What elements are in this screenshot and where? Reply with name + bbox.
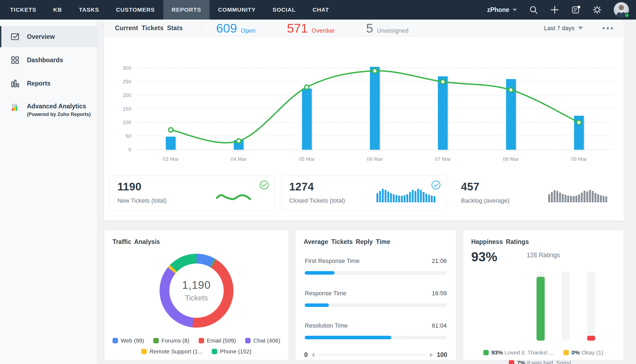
bottom-panels: Traffic Analysis 1,190 Tickets Web (99)F… bbox=[104, 230, 624, 360]
legend-item[interactable]: Chat (406) bbox=[245, 337, 280, 344]
legend-swatch-icon bbox=[483, 350, 489, 355]
reply-metric-value: 21:06 bbox=[432, 258, 447, 265]
closed-tickets-card[interactable]: 1274 Closed Tickets (total) bbox=[281, 175, 447, 211]
sidebar-item-reports[interactable]: Reports bbox=[0, 73, 97, 94]
section-title: Current Tickets Stats bbox=[115, 24, 183, 32]
nav-tab-social[interactable]: SOCIAL bbox=[264, 0, 304, 20]
x-axis-label: 08 Mar bbox=[503, 156, 519, 162]
trend-line bbox=[137, 66, 613, 150]
stat-overdue: 571 Overdue bbox=[287, 21, 335, 36]
y-axis-tick: 50 bbox=[104, 133, 131, 139]
x-axis-label: 06 Mar bbox=[367, 156, 383, 162]
chart-plot-area: 05010015020025030003 Mar04 Mar05 Mar06 M… bbox=[137, 66, 613, 150]
legend-swatch-icon bbox=[141, 349, 147, 354]
legend-label: 93%Loved it. Thanks! ... bbox=[491, 349, 554, 356]
new-tickets-value: 1190 bbox=[117, 181, 267, 193]
nav-tab-chat[interactable]: CHAT bbox=[304, 0, 338, 20]
legend-label: Email (509) bbox=[207, 337, 236, 344]
product-switcher[interactable]: zPhone bbox=[487, 6, 517, 14]
sidebar-item-sublabel: (Powered by Zoho Reports) bbox=[27, 112, 91, 117]
legend-item[interactable]: Email (509) bbox=[199, 337, 236, 344]
scale-min: 0 bbox=[304, 351, 308, 359]
scale-max: 100 bbox=[437, 351, 447, 359]
legend-row: Remote Support (1...Phone (152) bbox=[141, 348, 251, 355]
date-range-label: Last 7 days bbox=[544, 25, 575, 32]
nav-tab-customers[interactable]: CUSTOMERS bbox=[108, 0, 163, 20]
nav-tab-community[interactable]: COMMUNITY bbox=[210, 0, 264, 20]
add-icon[interactable] bbox=[550, 5, 559, 14]
legend-label: Chat (406) bbox=[253, 337, 280, 344]
scale-right-arrow-icon bbox=[430, 353, 433, 357]
x-axis-label: 03 Mar bbox=[163, 156, 179, 162]
reply-time-panel: Average Tickets Reply Time First Respons… bbox=[295, 230, 456, 360]
legend-label: Web (99) bbox=[121, 337, 144, 344]
new-tickets-card[interactable]: 1190 New Tickets (total) bbox=[110, 175, 275, 211]
legend-item[interactable]: Phone (152) bbox=[212, 348, 251, 355]
happiness-title: Happiness Ratings bbox=[471, 238, 615, 246]
sidebar-item-overview[interactable]: Overview bbox=[0, 26, 97, 47]
reply-progress-track bbox=[305, 303, 447, 307]
traffic-legend: Web (99)Forums (8)Email (509)Chat (406)R… bbox=[113, 337, 280, 355]
x-axis-label: 07 Mar bbox=[435, 156, 451, 162]
user-avatar[interactable] bbox=[614, 2, 629, 17]
overdue-label: Overdue bbox=[312, 27, 335, 34]
traffic-donut-chart: 1,190 Tickets bbox=[160, 254, 233, 328]
nav-tab-reports[interactable]: REPORTS bbox=[163, 0, 210, 20]
main-content: Current Tickets Stats 609 Open 571 Overd… bbox=[98, 20, 636, 364]
reply-progress-fill bbox=[305, 303, 329, 307]
reply-metric-value: 61:04 bbox=[432, 322, 447, 329]
happiness-legend: 93%Loved it. Thanks! ...0%Okay (1)7%It w… bbox=[471, 349, 615, 364]
y-axis-tick: 150 bbox=[104, 106, 131, 112]
sidebar-item-label: Dashboards bbox=[27, 57, 63, 64]
legend-swatch-icon bbox=[199, 338, 204, 343]
nav-tab-tickets[interactable]: TICKETS bbox=[2, 0, 45, 20]
search-icon[interactable] bbox=[529, 5, 538, 14]
check-circle-icon bbox=[259, 180, 269, 190]
sidebar-item-advanced-analytics[interactable]: Advanced Analytics (Powered by Zoho Repo… bbox=[0, 99, 97, 121]
legend-label: Forums (8) bbox=[161, 337, 189, 344]
legend-swatch-icon bbox=[509, 360, 514, 364]
sidebar-item-dashboards[interactable]: Dashboards bbox=[0, 49, 97, 71]
legend-row: 93%Loved it. Thanks! ...0%Okay (1) bbox=[483, 349, 603, 356]
unassigned-label: Unassigned bbox=[377, 27, 409, 34]
legend-item[interactable]: Forums (8) bbox=[153, 337, 189, 344]
happiness-score: 93% bbox=[471, 250, 497, 264]
legend-item: 7%It was bad. Sorry! ... bbox=[509, 360, 578, 364]
sidebar-item-label: Reports bbox=[27, 80, 51, 87]
settings-gear-icon[interactable] bbox=[593, 5, 602, 14]
summary-cards-row: 1190 New Tickets (total) 1274 Closed Tic… bbox=[104, 173, 624, 221]
legend-row: Web (99)Forums (8)Email (509)Chat (406) bbox=[113, 337, 280, 344]
happiness-track bbox=[587, 272, 595, 341]
product-name: zPhone bbox=[487, 6, 509, 14]
legend-swatch-icon bbox=[563, 350, 569, 355]
legend-item: 93%Loved it. Thanks! ... bbox=[483, 349, 554, 356]
reply-progress-track bbox=[305, 271, 447, 275]
legend-item[interactable]: Remote Support (1... bbox=[141, 348, 202, 355]
legend-label: 0%Okay (1) bbox=[572, 349, 603, 356]
scale-dotted-line bbox=[318, 354, 426, 355]
backlog-card[interactable]: 457 Backlog (average) bbox=[453, 175, 618, 211]
x-axis-label: 09 Mar bbox=[571, 156, 587, 162]
reply-progress-track bbox=[305, 336, 447, 339]
y-axis-tick: 250 bbox=[104, 79, 131, 85]
legend-item[interactable]: Web (99) bbox=[113, 337, 144, 344]
chevron-down-icon bbox=[578, 27, 583, 30]
legend-swatch-icon bbox=[245, 338, 251, 343]
tickets-trend-chart: 05010015020025030003 Mar04 Mar05 Mar06 M… bbox=[104, 37, 624, 173]
happiness-ratings-panel: Happiness Ratings 93% 128 Ratings 93%Lov… bbox=[463, 230, 624, 360]
chevron-down-icon bbox=[513, 9, 517, 11]
date-range-selector[interactable]: Last 7 days bbox=[544, 25, 583, 32]
y-axis-tick: 0 bbox=[104, 147, 131, 153]
sidebar-item-label: Advanced Analytics bbox=[27, 103, 91, 110]
legend-label: Remote Support (1... bbox=[149, 348, 202, 355]
nav-tab-tasks[interactable]: TASKS bbox=[70, 0, 108, 20]
legend-row: 7%It was bad. Sorry! ... bbox=[509, 360, 578, 364]
traffic-analysis-title: Traffic Analysis bbox=[113, 238, 280, 246]
feeds-notification-icon[interactable] bbox=[571, 5, 581, 14]
more-options-menu[interactable] bbox=[603, 27, 613, 29]
nav-tab-kb[interactable]: KB bbox=[45, 0, 70, 20]
y-axis-tick: 200 bbox=[104, 92, 131, 98]
legend-label: 7%It was bad. Sorry! ... bbox=[517, 360, 578, 364]
reply-time-row: Resolution Time61:04 bbox=[305, 322, 447, 339]
y-axis-tick: 100 bbox=[104, 120, 131, 125]
